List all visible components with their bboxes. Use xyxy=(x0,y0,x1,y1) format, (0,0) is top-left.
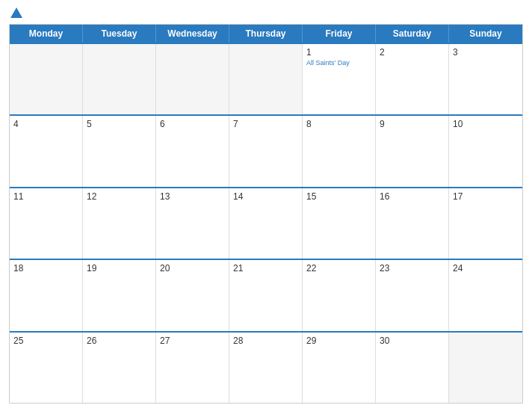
day-number: 1 xyxy=(306,47,371,58)
day-number: 9 xyxy=(380,119,445,129)
day-number: 23 xyxy=(380,263,445,274)
weekday-header-monday: Monday xyxy=(10,25,83,43)
day-number: 5 xyxy=(87,119,152,129)
day-number: 4 xyxy=(13,119,78,129)
calendar-cell: 13 xyxy=(156,188,229,259)
calendar-cell: 2 xyxy=(376,44,449,114)
day-number: 20 xyxy=(160,263,225,274)
calendar-cell: 4 xyxy=(10,116,83,186)
day-number: 13 xyxy=(160,191,225,202)
calendar-cell: 30 xyxy=(376,333,449,403)
logo xyxy=(9,7,22,18)
day-number: 17 xyxy=(453,191,519,202)
calendar-cell: 12 xyxy=(83,188,156,259)
calendar-cell: 5 xyxy=(83,116,156,186)
weekday-header-friday: Friday xyxy=(303,25,376,43)
calendar-cell: 18 xyxy=(10,260,83,330)
day-number: 27 xyxy=(160,336,225,346)
day-number: 24 xyxy=(453,263,519,274)
calendar-cell: 10 xyxy=(449,116,522,186)
day-number: 21 xyxy=(233,263,298,274)
day-number: 14 xyxy=(233,191,298,202)
calendar-cell: 6 xyxy=(156,116,229,186)
calendar-cell: 11 xyxy=(10,188,83,259)
day-number: 6 xyxy=(160,119,225,129)
calendar-cell xyxy=(156,44,229,114)
calendar-cell: 9 xyxy=(376,116,449,186)
calendar-cell xyxy=(229,44,303,114)
holiday-label: All Saints' Day xyxy=(306,59,371,67)
weekday-header-sunday: Sunday xyxy=(449,25,522,43)
calendar-week-3: 11121314151617 xyxy=(10,187,522,259)
calendar-cell: 23 xyxy=(376,260,449,330)
calendar-cell: 15 xyxy=(303,188,376,259)
weekday-header-tuesday: Tuesday xyxy=(83,25,156,43)
day-number: 15 xyxy=(306,191,371,202)
calendar-cell: 16 xyxy=(376,188,449,259)
calendar-cell: 14 xyxy=(229,188,303,259)
calendar-cell: 3 xyxy=(449,44,522,114)
calendar-cell xyxy=(449,333,522,403)
calendar-week-4: 18192021222324 xyxy=(10,259,522,330)
day-number: 30 xyxy=(380,336,445,346)
page-header xyxy=(9,7,523,18)
day-number: 11 xyxy=(13,191,78,202)
calendar-week-1: 1All Saints' Day23 xyxy=(10,43,522,114)
calendar-cell: 28 xyxy=(229,333,303,403)
calendar-cell: 24 xyxy=(449,260,522,330)
day-number: 12 xyxy=(87,191,152,202)
day-number: 10 xyxy=(453,119,519,129)
calendar-cell: 26 xyxy=(83,333,156,403)
calendar-cell: 25 xyxy=(10,333,83,403)
calendar-cell xyxy=(10,44,83,114)
calendar-cell: 21 xyxy=(229,260,303,330)
calendar-cell: 7 xyxy=(229,116,303,186)
day-number: 29 xyxy=(306,336,371,346)
calendar-week-5: 252627282930 xyxy=(10,331,522,403)
day-number: 25 xyxy=(13,336,78,346)
calendar-cell: 19 xyxy=(83,260,156,330)
day-number: 7 xyxy=(233,119,298,129)
day-number: 28 xyxy=(233,336,298,346)
calendar-grid: MondayTuesdayWednesdayThursdayFridaySatu… xyxy=(9,24,523,404)
calendar-cell: 27 xyxy=(156,333,229,403)
weekday-header-wednesday: Wednesday xyxy=(156,25,229,43)
calendar-week-2: 45678910 xyxy=(10,114,522,186)
day-number: 19 xyxy=(87,263,152,274)
day-number: 26 xyxy=(87,336,152,346)
calendar-page: MondayTuesdayWednesdayThursdayFridaySatu… xyxy=(0,0,532,411)
weekday-header-thursday: Thursday xyxy=(229,25,303,43)
calendar-body: 1All Saints' Day234567891011121314151617… xyxy=(10,43,522,403)
calendar-cell: 8 xyxy=(303,116,376,186)
weekday-header-saturday: Saturday xyxy=(376,25,449,43)
day-number: 22 xyxy=(306,263,371,274)
day-number: 16 xyxy=(380,191,445,202)
calendar-cell: 22 xyxy=(303,260,376,330)
day-number: 3 xyxy=(453,47,519,58)
calendar-cell: 20 xyxy=(156,260,229,330)
calendar-cell: 1All Saints' Day xyxy=(303,44,376,114)
calendar-header: MondayTuesdayWednesdayThursdayFridaySatu… xyxy=(10,25,522,43)
calendar-cell xyxy=(83,44,156,114)
day-number: 2 xyxy=(380,47,445,58)
calendar-cell: 29 xyxy=(303,333,376,403)
day-number: 18 xyxy=(13,263,78,274)
day-number: 8 xyxy=(306,119,371,129)
logo-triangle-icon xyxy=(10,7,22,18)
calendar-cell: 17 xyxy=(449,188,522,259)
